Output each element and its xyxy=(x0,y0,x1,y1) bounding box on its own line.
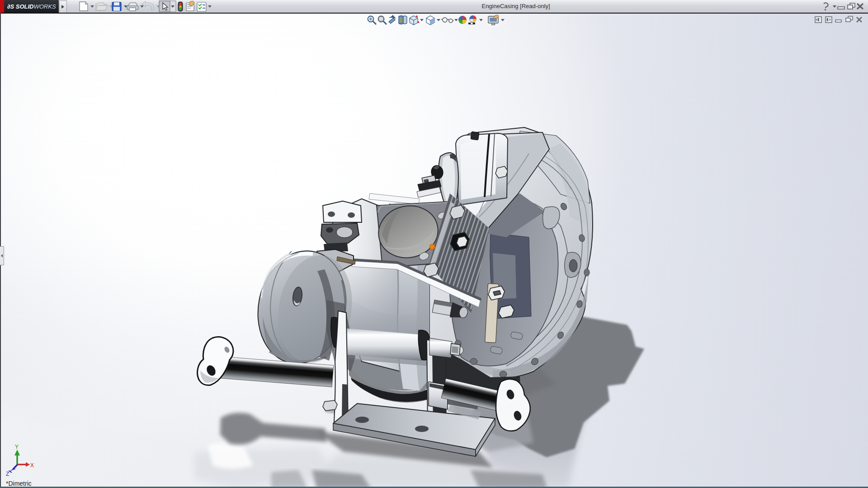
svg-text:X: X xyxy=(30,462,34,469)
svg-text:Z: Z xyxy=(6,471,9,477)
svg-text:Y: Y xyxy=(15,444,19,450)
